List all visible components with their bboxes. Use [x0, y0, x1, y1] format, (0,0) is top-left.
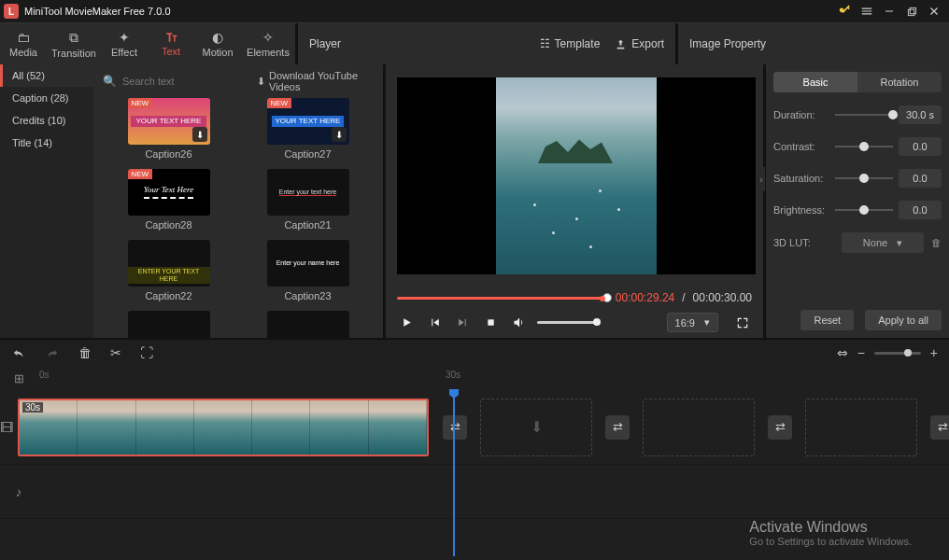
undo-button[interactable] [11, 346, 26, 359]
drop-slot-1[interactable]: ⬇ [480, 399, 592, 456]
zoom-out-button[interactable]: − [857, 345, 865, 360]
category-all[interactable]: All (52) [0, 64, 93, 87]
tab-motion[interactable]: ◐Motion [194, 23, 241, 64]
transition-slot-1[interactable]: ⇄ [443, 415, 467, 440]
thumb-caption21[interactable]: Enter your text here Caption21 [244, 169, 372, 231]
redo-button[interactable] [45, 346, 60, 359]
fullscreen-button[interactable] [733, 314, 752, 332]
prop-tab-basic[interactable]: Basic [773, 72, 857, 92]
folder-icon: 🗀 [17, 30, 30, 45]
thumb-partial-2[interactable] [244, 311, 372, 338]
new-badge: NEW [267, 98, 292, 108]
fit-button[interactable]: ⇔ [837, 345, 848, 360]
category-caption[interactable]: Caption (28) [0, 87, 93, 109]
menu-icon[interactable] [856, 0, 878, 22]
progress-bar[interactable] [397, 297, 608, 300]
delete-button[interactable]: 🗑 [78, 345, 92, 360]
tab-effect[interactable]: ✦Effect [101, 23, 148, 64]
lut-delete-button[interactable]: 🗑 [931, 237, 942, 248]
saturation-value[interactable]: 0.0 [899, 169, 942, 188]
properties-header: Image Property [678, 23, 865, 64]
apply-all-button[interactable]: Apply to all [865, 310, 942, 330]
thumb-caption26[interactable]: NEWYOUR TEXT HERE⬇ Caption26 [105, 98, 233, 160]
track-add-icon[interactable]: ⊞ [0, 371, 37, 385]
tab-text[interactable]: Text [148, 23, 194, 64]
next-button[interactable] [453, 314, 472, 332]
download-button[interactable]: ⬇ [192, 127, 207, 142]
thumb-partial-1[interactable] [105, 311, 233, 338]
transition-slot-4[interactable]: ⇄ [930, 415, 949, 440]
thumbnail-grid[interactable]: NEWYOUR TEXT HERE⬇ Caption26 NEWYOUR TEX… [93, 98, 383, 338]
contrast-slider[interactable] [835, 146, 893, 147]
audio-track: ♪ [0, 465, 949, 519]
thumb-caption23[interactable]: Enter your name here Caption23 [244, 240, 372, 301]
tab-transition[interactable]: ⧉Transition [47, 23, 101, 64]
maximize-icon[interactable] [900, 0, 923, 22]
download-youtube-link[interactable]: ⬇Download YouTube Videos [257, 70, 374, 92]
category-title[interactable]: Title (14) [0, 132, 93, 154]
tab-media[interactable]: 🗀Media [0, 23, 47, 64]
video-clip[interactable]: 30s [18, 399, 429, 456]
play-button[interactable] [397, 314, 416, 332]
ruler-track[interactable]: 0s 30s [37, 366, 949, 390]
saturation-slider[interactable] [835, 177, 893, 179]
category-list: All (52) Caption (28) Credits (10) Title… [0, 64, 93, 338]
prev-button[interactable] [425, 314, 444, 332]
export-button[interactable]: Export [615, 37, 664, 50]
video-track-content[interactable]: 30s ⇄ ⬇ ⇄ ⇄ ⇄ [13, 390, 949, 464]
duration-value[interactable]: 30.0 s [899, 105, 942, 124]
contrast-value[interactable]: 0.0 [899, 137, 942, 156]
player-header: Player ☷Template Export [298, 23, 675, 64]
close-icon[interactable] [923, 0, 945, 22]
drop-slot-2[interactable] [643, 399, 755, 456]
volume-slider[interactable] [537, 321, 601, 324]
video-track: 🎞 30s ⇄ ⬇ ⇄ ⇄ ⇄ [0, 390, 949, 465]
brightness-value[interactable]: 0.0 [899, 201, 942, 219]
duration-label: Duration: [773, 109, 829, 120]
elements-icon: ✧ [262, 30, 274, 45]
aspect-ratio-select[interactable]: 16:9▾ [667, 313, 718, 332]
brightness-slider[interactable] [835, 209, 893, 211]
current-time: 00:00:29.24 [616, 291, 674, 304]
svg-rect-3 [488, 319, 493, 325]
app-title: MiniTool MovieMaker Free 7.0.0 [24, 6, 171, 17]
tab-elements[interactable]: ✧Elements [241, 23, 295, 64]
timeline-toolbar: 🗑 ✂ ⛶ ⇔ − + [0, 338, 949, 366]
media-browser: All (52) Caption (28) Credits (10) Title… [0, 64, 383, 338]
lut-select[interactable]: None▾ [842, 232, 924, 253]
prop-tab-rotation[interactable]: Rotation [857, 72, 942, 92]
volume-icon[interactable] [509, 314, 528, 332]
app-logo: L [4, 4, 19, 19]
video-track-icon: 🎞 [0, 420, 13, 435]
category-credits[interactable]: Credits (10) [0, 109, 93, 132]
thumb-caption28[interactable]: NEWYour Text Here Caption28 [105, 169, 233, 231]
search-input[interactable] [122, 76, 251, 87]
minimize-icon[interactable] [878, 0, 900, 22]
ruler-mark-0: 0s [39, 370, 50, 380]
license-key-icon[interactable] [833, 0, 856, 22]
properties-panel: › Basic Rotation Duration: 30.0 s Contra… [766, 64, 949, 338]
stop-button[interactable] [481, 314, 500, 332]
split-button[interactable]: ✂ [110, 345, 121, 360]
transition-slot-3[interactable]: ⇄ [768, 415, 792, 440]
chevron-down-icon: ▾ [897, 237, 902, 249]
video-preview[interactable] [397, 77, 756, 274]
template-button[interactable]: ☷Template [540, 37, 601, 50]
crop-button[interactable]: ⛶ [140, 345, 153, 360]
download-button[interactable]: ⬇ [332, 127, 347, 142]
playhead[interactable] [453, 390, 455, 556]
titlebar: L MiniTool MovieMaker Free 7.0.0 [0, 0, 949, 22]
thumb-caption27[interactable]: NEWYOUR TEXT HERE⬇ Caption27 [244, 98, 372, 160]
reset-button[interactable]: Reset [800, 310, 854, 330]
duration-slider[interactable] [835, 114, 893, 116]
panel-collapse-button[interactable]: › [758, 167, 765, 191]
zoom-slider[interactable] [874, 352, 921, 355]
thumb-caption22[interactable]: ENTER YOUR TEXT HERE Caption22 [105, 240, 233, 301]
drop-slot-3[interactable] [805, 399, 917, 456]
transition-slot-2[interactable]: ⇄ [605, 415, 630, 440]
clip-duration: 30s [22, 402, 43, 413]
new-badge: NEW [128, 98, 153, 108]
main-toolbar: 🗀Media ⧉Transition ✦Effect Text ◐Motion … [0, 22, 949, 64]
zoom-in-button[interactable]: + [930, 345, 938, 360]
audio-track-content[interactable] [37, 465, 949, 518]
